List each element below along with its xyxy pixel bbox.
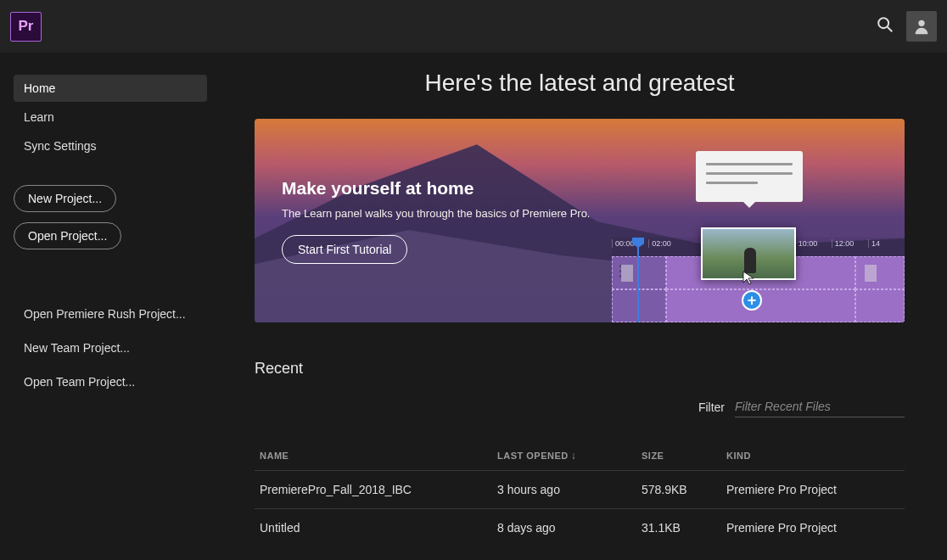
- nav-sync-settings[interactable]: Sync Settings: [14, 132, 207, 160]
- svg-rect-6: [619, 275, 621, 277]
- content-area: Here's the latest and greatest Make your…: [221, 53, 947, 560]
- table-row[interactable]: PremierePro_Fall_2018_IBC 3 hours ago 57…: [255, 471, 905, 509]
- new-project-button[interactable]: New Project...: [14, 185, 116, 212]
- add-icon: +: [742, 290, 762, 311]
- recent-files-table: NAME LAST OPENED↓ SIZE KIND PremierePro_…: [255, 441, 905, 546]
- svg-point-2: [918, 20, 924, 26]
- recent-heading: Recent: [255, 360, 905, 378]
- search-icon[interactable]: [876, 15, 894, 37]
- cursor-icon: [742, 270, 757, 288]
- filter-input[interactable]: [735, 396, 905, 417]
- app-logo: Pr: [10, 12, 42, 42]
- sort-descending-icon: ↓: [571, 450, 577, 462]
- column-kind[interactable]: KIND: [721, 441, 905, 471]
- svg-line-1: [888, 27, 893, 32]
- svg-rect-7: [865, 265, 877, 282]
- column-size[interactable]: SIZE: [636, 441, 721, 471]
- column-last-opened[interactable]: LAST OPENED↓: [492, 441, 636, 471]
- playhead-icon: [637, 238, 639, 322]
- new-team-project-link[interactable]: New Team Project...: [14, 331, 207, 365]
- nav-home[interactable]: Home: [14, 75, 207, 102]
- hero-subtitle: The Learn panel walks you through the ba…: [282, 207, 590, 220]
- user-avatar[interactable]: [906, 11, 937, 42]
- svg-rect-3: [621, 265, 633, 282]
- open-rush-project-link[interactable]: Open Premiere Rush Project...: [14, 297, 207, 331]
- svg-rect-4: [619, 265, 621, 267]
- open-team-project-link[interactable]: Open Team Project...: [14, 365, 207, 399]
- page-headline: Here's the latest and greatest: [255, 70, 905, 97]
- hero-banner: Make yourself at home The Learn panel wa…: [255, 119, 905, 322]
- top-bar: Pr: [0, 0, 947, 53]
- hero-title: Make yourself at home: [282, 178, 590, 199]
- start-tutorial-button[interactable]: Start First Tutorial: [282, 235, 407, 264]
- sidebar: Home Learn Sync Settings New Project... …: [0, 53, 221, 560]
- tooltip-illustration: [696, 151, 803, 202]
- svg-rect-5: [619, 270, 621, 272]
- svg-point-0: [878, 18, 888, 28]
- open-project-button[interactable]: Open Project...: [14, 222, 121, 249]
- column-name[interactable]: NAME: [255, 441, 492, 471]
- filter-label: Filter: [698, 400, 725, 414]
- nav-learn[interactable]: Learn: [14, 104, 207, 131]
- table-row[interactable]: Untitled 8 days ago 31.1KB Premiere Pro …: [255, 509, 905, 547]
